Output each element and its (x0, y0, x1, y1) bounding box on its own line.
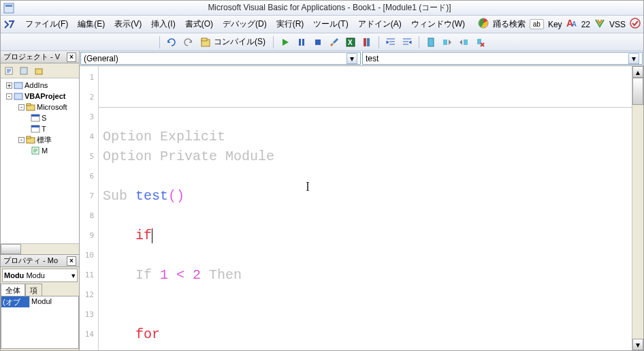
project-hscroll[interactable] (1, 243, 79, 254)
vbe-icon (3, 18, 16, 31)
menu-run[interactable]: 実行(R) (272, 16, 308, 32)
references-button[interactable] (360, 35, 374, 49)
menu-debug[interactable]: デバッグ(D) (219, 16, 271, 32)
edit-toolbar: コンパイル(S) X (1, 33, 643, 51)
view-code-button[interactable] (2, 64, 16, 78)
svg-rect-22 (35, 69, 42, 74)
menu-addins[interactable]: アドイン(A) (354, 16, 406, 32)
svg-rect-10 (302, 39, 304, 46)
scroll-up-button[interactable]: ▴ (632, 66, 643, 78)
close-project-pane[interactable]: × (67, 52, 76, 62)
svg-rect-28 (31, 115, 39, 117)
svg-rect-26 (27, 104, 31, 106)
properties-pane-title: プロパティ - Mo × (1, 255, 79, 267)
close-properties-pane[interactable]: × (67, 256, 76, 266)
properties-object-dropdown[interactable]: Modu Modu ▾ (2, 269, 78, 282)
design-mode-button[interactable] (327, 35, 341, 49)
menu-format[interactable]: 書式(O) (181, 16, 217, 32)
ab-badge[interactable]: ab (530, 19, 544, 29)
prev-bookmark-button[interactable] (457, 35, 470, 49)
scroll-down-button[interactable]: ▾ (632, 339, 643, 350)
svg-rect-1 (5, 5, 12, 7)
line-number-gutter: 1234567891011121314 (80, 66, 99, 350)
count-label: 22 (581, 20, 590, 29)
app-icon (3, 3, 14, 14)
svg-point-6 (630, 18, 640, 28)
svg-rect-30 (31, 125, 39, 127)
svg-rect-18 (464, 40, 468, 45)
bookmark-button[interactable] (424, 35, 438, 49)
svg-rect-17 (443, 40, 447, 45)
view-object-button[interactable] (17, 64, 31, 78)
svg-rect-9 (299, 39, 301, 46)
pause-button[interactable] (295, 35, 308, 49)
svg-rect-24 (14, 93, 22, 100)
text-cursor-icon: I (306, 180, 310, 194)
menu-file[interactable]: ファイル(F) (21, 16, 72, 32)
chevron-down-icon: ▾ (628, 53, 639, 64)
clear-bookmarks-button[interactable] (473, 35, 487, 49)
toggle-folders-button[interactable] (32, 64, 46, 78)
prop-name-key: (オブ (1, 296, 30, 307)
scroll-thumb[interactable] (632, 78, 643, 105)
svg-rect-23 (14, 82, 22, 89)
svg-rect-15 (367, 38, 370, 46)
svg-rect-8 (202, 38, 207, 41)
svg-text:X: X (348, 39, 353, 46)
compile-button[interactable]: コンパイル(S) (197, 36, 268, 48)
menu-tools[interactable]: ツール(T) (309, 16, 352, 32)
menu-edit[interactable]: 編集(E) (74, 16, 109, 32)
procedure-dropdown[interactable]: test ▾ (362, 52, 643, 65)
svg-rect-11 (315, 40, 321, 45)
font-icon[interactable]: AA (566, 18, 577, 31)
menubar: ファイル(F) 編集(E) 表示(V) 挿入(I) 書式(O) デバッグ(D) … (1, 16, 643, 33)
svg-rect-16 (428, 38, 434, 46)
vss-icon[interactable] (594, 18, 605, 31)
outdent-button[interactable] (400, 35, 414, 49)
svg-rect-32 (27, 136, 31, 138)
vertical-scrollbar[interactable]: ▴ ▾ (632, 66, 643, 350)
project-toolbar (1, 63, 79, 78)
project-tree[interactable]: +AddIns -VBAProject -Microsoft S T -標準 M (1, 78, 79, 243)
chevron-down-icon: ▾ (347, 53, 357, 64)
indent-button[interactable] (384, 35, 398, 49)
undo-button[interactable] (165, 35, 178, 49)
check-icon[interactable] (630, 18, 641, 31)
properties-grid[interactable]: (オブ Modul (1, 296, 79, 349)
key-label: Key (548, 20, 562, 29)
svg-rect-21 (20, 67, 27, 74)
title-bar: Microsoft Visual Basic for Applications … (1, 1, 643, 16)
search-label[interactable]: 踊る検索 (493, 18, 526, 30)
properties-tab-all[interactable]: 全体 (1, 284, 25, 296)
properties-tab-categorized[interactable]: 項 (25, 284, 42, 296)
run-button[interactable] (278, 35, 292, 49)
project-explorer-title: プロジェクト - V × (1, 51, 79, 63)
stop-button[interactable] (311, 35, 325, 49)
menu-insert[interactable]: 挿入(I) (147, 16, 179, 32)
excel-button[interactable]: X (344, 35, 357, 49)
redo-button[interactable] (181, 35, 195, 49)
next-bookmark-button[interactable] (440, 35, 454, 49)
svg-rect-14 (364, 38, 366, 46)
prop-name-value[interactable]: Modul (30, 296, 78, 307)
chrome-icon[interactable] (478, 18, 489, 31)
svg-text:A: A (572, 20, 577, 28)
menu-view[interactable]: 表示(V) (110, 16, 146, 32)
vss-label: VSS (609, 20, 626, 29)
scope-dropdown[interactable]: (General) ▾ (80, 52, 361, 65)
menu-window[interactable]: ウィンドウ(W) (407, 16, 469, 32)
code-editor[interactable]: Option ExplicitOption Private Module Sub… (99, 66, 632, 350)
window-title: Microsoft Visual Basic for Applications … (18, 2, 641, 14)
